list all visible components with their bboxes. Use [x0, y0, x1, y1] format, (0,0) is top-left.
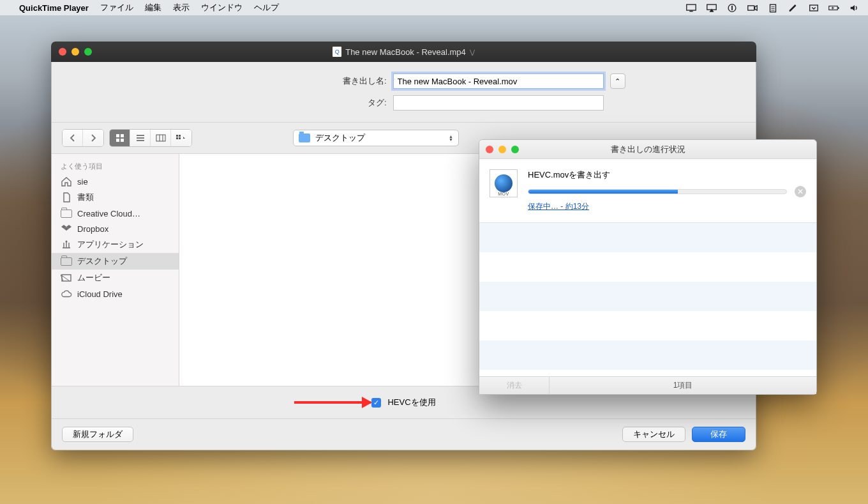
menu-window[interactable]: ウインドウ: [201, 2, 243, 13]
sheet-footer: 新規フォルダ キャンセル 保存: [52, 419, 756, 450]
document-icon: Q: [333, 47, 341, 57]
svg-rect-15: [838, 7, 839, 9]
export-progress-window: 書き出しの進行状況 MOV HEVC.movを書き出す ✕ 保存中… - 約13…: [479, 139, 817, 395]
progress-bar: [528, 189, 787, 194]
view-icons-button[interactable]: [110, 130, 130, 146]
tags-input[interactable]: [393, 95, 604, 111]
export-name-input[interactable]: [393, 73, 604, 89]
cancel-button[interactable]: キャンセル: [622, 427, 685, 442]
svg-rect-31: [179, 137, 181, 139]
svg-rect-19: [121, 134, 124, 137]
view-mode-segment: [109, 129, 192, 147]
progress-empty-rows: [479, 223, 816, 376]
progress-footer: 消去 1項目: [479, 376, 816, 394]
progress-zoom-button[interactable]: [511, 146, 519, 153]
display-icon[interactable]: [685, 3, 697, 13]
progress-titlebar[interactable]: 書き出しの進行状況: [479, 140, 816, 159]
dropbox-icon: [61, 224, 72, 234]
sidebar-item-1[interactable]: 書類: [52, 189, 179, 206]
view-columns-button[interactable]: [151, 130, 171, 146]
view-list-button[interactable]: [130, 130, 151, 146]
desktop-icon: [61, 256, 72, 266]
svg-rect-20: [116, 139, 119, 142]
menubar-status-area: [685, 3, 860, 13]
airplay-icon[interactable]: [706, 3, 717, 13]
folder-icon: [299, 134, 310, 142]
view-gallery-button[interactable]: [171, 130, 191, 146]
svg-rect-18: [116, 134, 119, 137]
location-popup[interactable]: デスクトップ ▲▼: [293, 130, 459, 146]
svg-marker-12: [789, 4, 797, 11]
svg-marker-16: [832, 6, 835, 10]
svg-marker-17: [851, 5, 855, 11]
svg-rect-30: [176, 137, 178, 139]
sidebar-item-2[interactable]: Creative Cloud…: [52, 206, 179, 221]
menu-file[interactable]: ファイル: [100, 2, 133, 13]
home-icon: [61, 176, 72, 187]
doc-icon: [61, 192, 72, 202]
new-folder-button[interactable]: 新規フォルダ: [62, 427, 133, 442]
menu-view[interactable]: 表示: [173, 2, 190, 13]
sidebar-item-7[interactable]: iCloud Drive: [52, 286, 179, 302]
volume-icon[interactable]: [849, 3, 860, 13]
svg-rect-8: [770, 4, 776, 12]
zoom-window-button[interactable]: [84, 48, 92, 56]
progress-status: 保存中… - 約13分: [528, 201, 806, 212]
annotation-arrow: [294, 401, 371, 404]
progress-count: 1項目: [550, 380, 816, 391]
svg-rect-0: [687, 4, 696, 10]
app-menu[interactable]: QuickTime Player: [19, 3, 89, 13]
svg-point-36: [66, 241, 68, 243]
hevc-checkbox[interactable]: ✓: [371, 398, 381, 408]
pencil-icon[interactable]: [788, 3, 799, 13]
sidebar-item-label: Creative Cloud…: [77, 209, 140, 218]
progress-item: MOV HEVC.movを書き出す ✕ 保存中… - 約13分: [479, 159, 816, 223]
camera-icon[interactable]: [747, 3, 758, 13]
folder-icon: [61, 208, 72, 218]
battery-icon[interactable]: [828, 3, 840, 13]
progress-close-button[interactable]: [486, 146, 493, 153]
location-label: デスクトップ: [315, 132, 365, 144]
svg-rect-28: [176, 135, 178, 137]
sidebar-favorites-header: よく使う項目: [52, 159, 179, 174]
sidebar-item-label: sie: [77, 177, 88, 187]
mov-file-icon: MOV: [490, 169, 518, 197]
sidebar-item-6[interactable]: ムービー: [52, 270, 179, 286]
progress-minimize-button[interactable]: [498, 146, 506, 153]
svg-marker-7: [755, 5, 758, 10]
sidebar-item-5[interactable]: デスクトップ: [52, 253, 179, 270]
progress-status-link[interactable]: 保存中… - 約13分: [528, 202, 589, 211]
titlebar[interactable]: Q The new MacBook - Reveal.mp4 ⋁: [51, 42, 756, 62]
svg-rect-6: [748, 5, 754, 10]
updown-icon: ▲▼: [449, 135, 453, 141]
sidebar-item-label: iCloud Drive: [77, 289, 123, 299]
progress-file-name: HEVC.movを書き出す: [528, 169, 806, 181]
collapse-sheet-button[interactable]: ⌃: [610, 73, 625, 89]
svg-rect-29: [179, 135, 181, 137]
sidebar-item-3[interactable]: Dropbox: [52, 221, 179, 236]
nav-back-forward: [62, 129, 104, 147]
menu-help[interactable]: ヘルプ: [254, 2, 279, 13]
svg-rect-1: [689, 11, 692, 11]
progress-window-title: 書き出しの進行状況: [479, 144, 816, 155]
dropdown-icon[interactable]: [808, 3, 819, 13]
svg-rect-37: [62, 275, 71, 281]
icloud-icon: [61, 289, 72, 299]
sidebar-item-label: ムービー: [77, 272, 110, 284]
close-window-button[interactable]: [59, 48, 66, 56]
1password-icon[interactable]: [726, 3, 738, 13]
chevron-up-icon: ⌃: [615, 77, 620, 86]
hevc-label: HEVCを使用: [387, 397, 435, 408]
clipboard-icon[interactable]: [767, 3, 779, 13]
sidebar-item-4[interactable]: アプリケーション: [52, 236, 179, 253]
sidebar-item-0[interactable]: sie: [52, 174, 179, 189]
menu-edit[interactable]: 編集: [145, 2, 161, 13]
minimize-window-button[interactable]: [71, 48, 79, 56]
svg-rect-21: [121, 139, 124, 142]
cancel-export-button[interactable]: ✕: [795, 186, 806, 197]
menubar: QuickTime Player ファイル 編集 表示 ウインドウ ヘルプ: [0, 0, 868, 15]
forward-button[interactable]: [83, 130, 103, 146]
back-button[interactable]: [63, 130, 83, 146]
save-button[interactable]: 保存: [692, 427, 745, 442]
tags-label: タグ:: [183, 97, 387, 109]
